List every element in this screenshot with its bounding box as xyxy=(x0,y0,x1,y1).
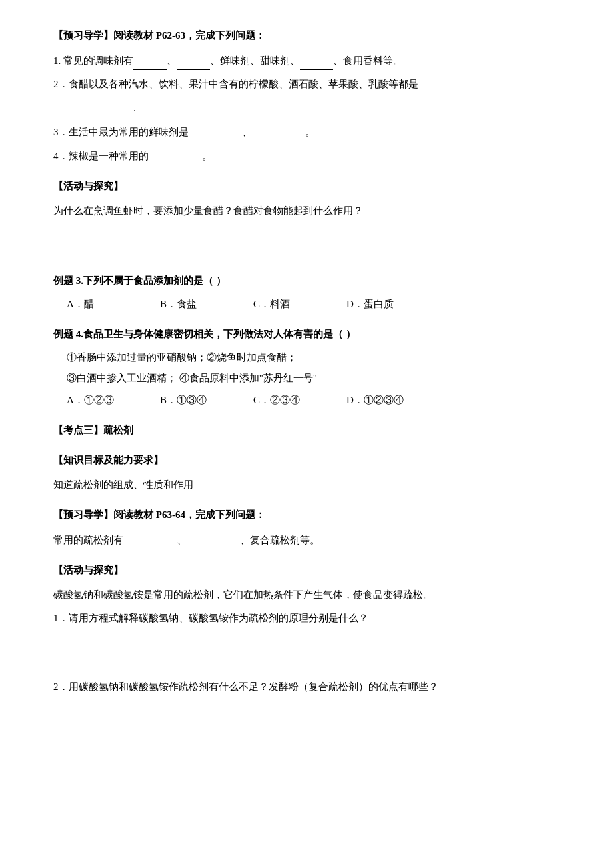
preview2-content: 常用的疏松剂有 、 、复合疏松剂等。 xyxy=(53,531,560,549)
example4-title: 例题 4.食品卫生与身体健康密切相关，下列做法对人体有害的是（ ） xyxy=(53,325,560,343)
e4-choice-b: B．①③④ xyxy=(160,391,213,409)
choice-a: A．醋 xyxy=(67,295,120,313)
activity2-sq2-space xyxy=(53,701,560,741)
q1-blank1 xyxy=(133,51,167,70)
q3-blank1 xyxy=(189,123,242,141)
keypoint3-title: 【考点三】疏松剂 xyxy=(53,421,560,439)
example3-title: 例题 3.下列不属于食品添加剂的是（ ） xyxy=(53,272,560,290)
activity1-content: 为什么在烹调鱼虾时，要添加少量食醋？食醋对食物能起到什么作用？ xyxy=(53,202,560,220)
section-example4: 例题 4.食品卫生与身体健康密切相关，下列做法对人体有害的是（ ） ①香肠中添加… xyxy=(53,325,560,409)
q2-text: 2．食醋以及各种汽水、饮料、果汁中含有的柠檬酸、酒石酸、苹果酸、乳酸等都是 xyxy=(53,79,418,89)
section-title-preview1: 【预习导学】阅读教材 P62-63，完成下列问题： xyxy=(53,27,560,45)
example3-choices: A．醋 B．食盐 C．料酒 D．蛋白质 xyxy=(67,295,560,313)
section-example3: 例题 3.下列不属于食品添加剂的是（ ） A．醋 B．食盐 C．料酒 D．蛋白质 xyxy=(53,272,560,313)
preview2-title: 【预习导学】阅读教材 P63-64，完成下列问题： xyxy=(53,506,560,524)
activity2-content: 碳酸氢钠和碳酸氢铵是常用的疏松剂，它们在加热条件下产生气体，使食品变得疏松。 xyxy=(53,586,560,604)
activity2-title: 【活动与探究】 xyxy=(53,561,560,579)
choice-d: D．蛋白质 xyxy=(346,295,400,313)
section-preview-guide-2: 【预习导学】阅读教材 P63-64，完成下列问题： 常用的疏松剂有 、 、复合疏… xyxy=(53,506,560,549)
knowledge-goal-title: 【知识目标及能力要求】 xyxy=(53,451,560,469)
question-2: 2．食醋以及各种汽水、饮料、果汁中含有的柠檬酸、酒石酸、苹果酸、乳酸等都是 xyxy=(53,75,560,93)
example3-question: 下列不属于食品添加剂的是（ ） xyxy=(83,275,226,286)
q4-text-before: 4．辣椒是一种常用的 xyxy=(53,151,149,161)
question-1: 1. 常见的调味剂有 、 、鲜味剂、甜味剂、 、食用香料等。 xyxy=(53,51,560,70)
q3-blank2 xyxy=(252,123,305,141)
q4-blank xyxy=(149,147,202,165)
example3-label: 例题 3. xyxy=(53,275,83,286)
section-activity-2: 【活动与探究】 碳酸氢钠和碳酸氢铵是常用的疏松剂，它们在加热条件下产生气体，使食… xyxy=(53,561,560,741)
choice-b: B．食盐 xyxy=(160,295,213,313)
q2-period: . xyxy=(133,103,136,113)
preview2-blank2 xyxy=(187,531,240,549)
activity1-space xyxy=(53,220,560,260)
section-keypoint3: 【考点三】疏松剂 xyxy=(53,421,560,439)
preview2-text-after: 、复合疏松剂等。 xyxy=(240,535,320,545)
question-2b: . xyxy=(53,99,560,117)
e4-choice-a: A．①②③ xyxy=(67,391,120,409)
sq1-text: 1．请用方程式解释碳酸氢钠、碳酸氢铵作为疏松剂的原理分别是什么？ xyxy=(53,613,368,623)
q1-text-before: 1. 常见的调味剂有 xyxy=(53,55,133,66)
q1-blank2 xyxy=(177,51,210,70)
page-content: 【预习导学】阅读教材 P62-63，完成下列问题： 1. 常见的调味剂有 、 、… xyxy=(53,27,560,741)
q2-blank xyxy=(53,99,133,117)
preview2-text-before: 常用的疏松剂有 xyxy=(53,535,123,545)
preview2-blank1 xyxy=(123,531,177,549)
example4-choices: A．①②③ B．①③④ C．②③④ D．①②③④ xyxy=(67,391,560,409)
activity2-sq1: 1．请用方程式解释碳酸氢钠、碳酸氢铵作为疏松剂的原理分别是什么？ xyxy=(53,609,560,627)
example4-label: 例题 4. xyxy=(53,329,83,339)
q3-text-before: 3．生活中最为常用的鲜味剂是 xyxy=(53,127,189,137)
section-knowledge-goal: 【知识目标及能力要求】 知道疏松剂的组成、性质和作用 xyxy=(53,451,560,494)
e4-choice-d: D．①②③④ xyxy=(346,391,404,409)
question-3: 3．生活中最为常用的鲜味剂是 、 。 xyxy=(53,123,560,141)
question-4: 4．辣椒是一种常用的 。 xyxy=(53,147,560,165)
activity2-sq2: 2．用碳酸氢钠和碳酸氢铵作疏松剂有什么不足？发酵粉（复合疏松剂）的优点有哪些？ xyxy=(53,678,560,696)
example4-sub1: ①香肠中添加过量的亚硝酸钠；②烧鱼时加点食醋； xyxy=(67,349,560,367)
e4-choice-c: C．②③④ xyxy=(253,391,306,409)
activity1-title: 【活动与探究】 xyxy=(53,177,560,195)
section-preview-guide-1: 【预习导学】阅读教材 P62-63，完成下列问题： 1. 常见的调味剂有 、 、… xyxy=(53,27,560,165)
q1-blank3 xyxy=(300,51,333,70)
example4-sub2: ③白酒中掺入工业酒精； ④食品原料中添加"苏丹红一号" xyxy=(67,369,560,387)
activity2-sq1-space xyxy=(53,633,560,673)
knowledge-goal-content: 知道疏松剂的组成、性质和作用 xyxy=(53,476,560,494)
choice-c: C．料酒 xyxy=(253,295,306,313)
sq2-text: 2．用碳酸氢钠和碳酸氢铵作疏松剂有什么不足？发酵粉（复合疏松剂）的优点有哪些？ xyxy=(53,681,438,692)
example4-subitems: ①香肠中添加过量的亚硝酸钠；②烧鱼时加点食醋； ③白酒中掺入工业酒精； ④食品原… xyxy=(67,349,560,387)
example4-question: 食品卫生与身体健康密切相关，下列做法对人体有害的是（ ） xyxy=(83,329,356,339)
section-activity-1: 【活动与探究】 为什么在烹调鱼虾时，要添加少量食醋？食醋对食物能起到什么作用？ xyxy=(53,177,560,260)
